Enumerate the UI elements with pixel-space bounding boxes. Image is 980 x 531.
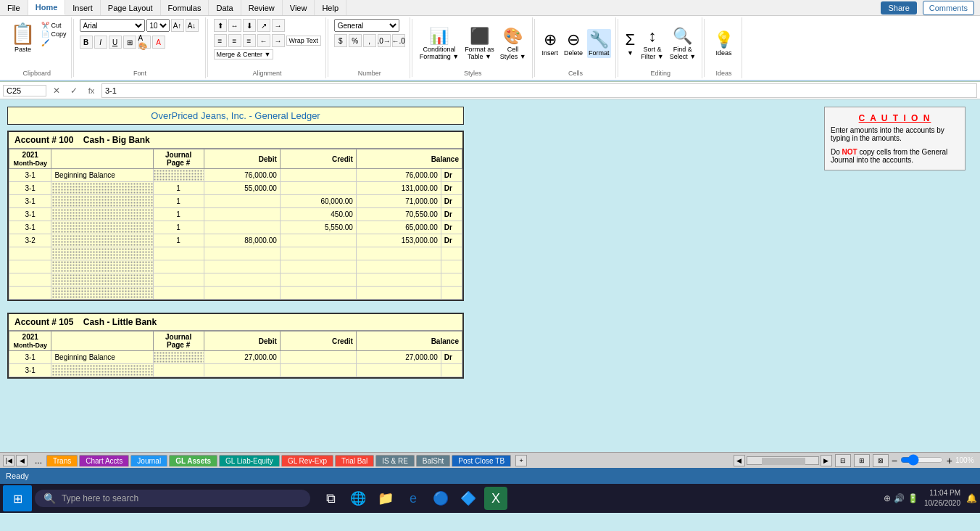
notification-button[interactable]: 🔔 xyxy=(966,493,977,503)
sheet-tab-gl-liab-equity[interactable]: GL Liab-Equity xyxy=(219,455,280,466)
excel-button[interactable]: X xyxy=(484,487,507,510)
wrap-text-button[interactable]: Wrap Text xyxy=(286,36,321,46)
font-color-button[interactable]: A xyxy=(152,36,165,49)
ready-status: Ready xyxy=(6,472,29,480)
decrease-decimal-button[interactable]: ←.0 xyxy=(392,34,405,47)
fill-color-button[interactable]: A🎨 xyxy=(138,36,151,49)
underline-button[interactable]: U xyxy=(109,36,122,49)
chrome-button[interactable]: 🔵 xyxy=(429,487,452,510)
system-tray-icons: ⊕ 🔊 🔋 xyxy=(884,493,918,503)
start-button[interactable]: ⊞ xyxy=(3,485,32,511)
copy-button[interactable]: 📄 Copy xyxy=(41,30,67,38)
paste-button[interactable]: 📋 Paste xyxy=(7,19,38,56)
zoom-slider[interactable] xyxy=(900,454,944,467)
confirm-formula-button[interactable]: ✓ xyxy=(67,83,81,98)
share-button[interactable]: Share xyxy=(881,1,916,15)
tab-review[interactable]: Review xyxy=(241,0,283,15)
taskbar-search-box[interactable]: 🔍 Type here to search xyxy=(35,490,310,507)
sheet-tab-balsht[interactable]: BalSht xyxy=(416,455,450,466)
font-size-select[interactable]: 10 xyxy=(146,19,170,32)
ie-button[interactable]: e xyxy=(402,487,425,510)
tab-formulas[interactable]: Formulas xyxy=(161,0,209,15)
align-top-button[interactable]: ⬆ xyxy=(214,19,227,32)
battery-icon[interactable]: 🔋 xyxy=(908,493,918,503)
italic-button[interactable]: I xyxy=(94,36,107,49)
autosum-button[interactable]: Σ ▼ xyxy=(624,29,637,58)
file-explorer-button[interactable]: 📁 xyxy=(374,487,397,510)
align-bottom-button[interactable]: ⬇ xyxy=(243,19,256,32)
decrease-indent-button[interactable]: ← xyxy=(257,34,270,47)
sheet-tab-gl-rev-exp[interactable]: GL Rev-Exp xyxy=(281,455,333,466)
tab-page-layout[interactable]: Page Layout xyxy=(101,0,161,15)
tab-home[interactable]: Home xyxy=(28,0,66,15)
volume-icon[interactable]: 🔊 xyxy=(894,493,905,503)
tab-help[interactable]: Help xyxy=(315,0,346,15)
task-view-button[interactable]: ⧉ xyxy=(319,487,342,510)
cancel-formula-button[interactable]: ✕ xyxy=(49,83,64,98)
tab-scroll-left[interactable]: |◀ ◀ xyxy=(3,455,28,466)
page-break-view-button[interactable]: ⊠ xyxy=(873,454,889,467)
percent-button[interactable]: % xyxy=(349,34,362,47)
sheet-tab-is-re[interactable]: IS & RE xyxy=(375,455,415,466)
font-family-select[interactable]: Arial xyxy=(80,19,145,32)
increase-font-button[interactable]: A↑ xyxy=(171,19,184,32)
delete-cells-button[interactable]: ⊖ Delete xyxy=(562,29,584,58)
format-painter-button[interactable]: 🖌️ xyxy=(41,39,67,46)
format-cells-button[interactable]: 🔧 Format xyxy=(587,29,611,58)
edge-button[interactable]: 🌐 xyxy=(346,487,370,510)
indent-button[interactable]: → xyxy=(272,19,285,32)
conditional-formatting-button[interactable]: 📊 ConditionalFormatting ▼ xyxy=(418,25,460,62)
sheet-tab-trans[interactable]: Trans xyxy=(46,455,78,466)
tab-insert[interactable]: Insert xyxy=(65,0,101,15)
comments-button[interactable]: Comments xyxy=(923,1,974,15)
find-select-button[interactable]: 🔍 Find &Select ▼ xyxy=(668,25,697,62)
sheet-tab-post-close-tb[interactable]: Post Close TB xyxy=(452,455,511,466)
align-left-button[interactable]: ≡ xyxy=(214,34,227,47)
tab-dots[interactable]: ... xyxy=(35,456,42,466)
format-as-table-button[interactable]: ⬛ Format asTable ▼ xyxy=(463,25,496,62)
decrease-font-button[interactable]: A↓ xyxy=(186,19,199,32)
debit2-header: Debit xyxy=(204,332,280,351)
formula-input[interactable] xyxy=(101,83,977,98)
tab-file[interactable]: File xyxy=(0,0,28,15)
align-center-button[interactable]: ≡ xyxy=(228,34,241,47)
insert-function-button[interactable]: fx xyxy=(84,83,99,98)
align-middle-button[interactable]: ↔ xyxy=(228,19,241,32)
scroll-right-button[interactable]: ▶ xyxy=(821,455,832,466)
increase-decimal-button[interactable]: .0→ xyxy=(378,34,391,47)
number-format-select[interactable]: General xyxy=(334,19,399,32)
zoom-in-button[interactable]: + xyxy=(947,455,952,466)
bold-button[interactable]: B xyxy=(80,36,93,49)
tab-data[interactable]: Data xyxy=(209,0,241,15)
cell-styles-button[interactable]: 🎨 CellStyles ▼ xyxy=(499,25,528,62)
normal-view-button[interactable]: ⊟ xyxy=(835,454,851,467)
edge2-button[interactable]: 🔷 xyxy=(457,487,480,510)
comma-button[interactable]: , xyxy=(363,34,376,47)
tab-scroll-first[interactable]: |◀ xyxy=(3,455,14,466)
cell-reference-box[interactable] xyxy=(3,85,46,96)
sheet-tab-journal[interactable]: Journal xyxy=(130,455,167,466)
network-icon[interactable]: ⊕ xyxy=(884,493,891,503)
sheet-tab-trial-bal[interactable]: Trial Bal xyxy=(335,455,374,466)
clock[interactable]: 11:04 PM 10/26/2020 xyxy=(924,488,960,509)
tab-scroll-prev[interactable]: ◀ xyxy=(16,455,28,466)
page-layout-view-button[interactable]: ⊞ xyxy=(854,454,870,467)
tab-view[interactable]: View xyxy=(283,0,315,15)
orientation-button[interactable]: ↗ xyxy=(257,19,270,32)
border-button[interactable]: ⊞ xyxy=(123,36,136,49)
merge-center-button[interactable]: Merge & Center ▼ xyxy=(214,49,274,59)
zoom-out-button[interactable]: − xyxy=(892,455,897,466)
currency-button[interactable]: $ xyxy=(334,34,347,47)
scroll-left-button[interactable]: ◀ xyxy=(734,455,745,466)
add-sheet-button[interactable]: + xyxy=(515,455,527,466)
sort-filter-button[interactable]: ↕ Sort &Filter ▼ xyxy=(639,25,665,62)
sheet-tab-chart-accts[interactable]: Chart Accts xyxy=(79,455,129,466)
ideas-button[interactable]: 💡 Ideas xyxy=(713,29,735,58)
cut-button[interactable]: ✂️ Cut xyxy=(41,22,67,29)
caution-title: C A U T I O N xyxy=(831,113,959,123)
insert-cells-button[interactable]: ⊕ Insert xyxy=(541,29,560,58)
increase-indent-button[interactable]: → xyxy=(272,34,285,47)
sheet-tab-gl-assets[interactable]: GL Assets xyxy=(169,455,217,466)
align-right-button[interactable]: ≡ xyxy=(243,34,256,47)
account-100-title: Account # 100 Cash - Big Bank xyxy=(9,132,462,149)
